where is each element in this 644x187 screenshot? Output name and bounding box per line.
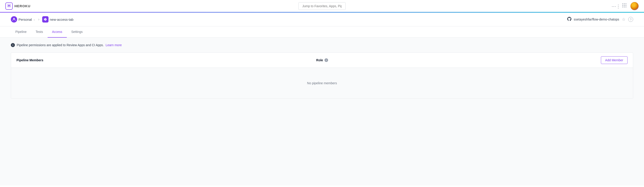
members-section: Pipeline Members Role i Add Member No pi… — [11, 52, 633, 99]
info-text: Pipeline permissions are applied to Revi… — [17, 43, 104, 47]
svg-point-0 — [622, 3, 623, 4]
person-icon — [11, 16, 17, 22]
tab-access[interactable]: Access — [48, 26, 67, 38]
chevron-down-icon: ⌄ — [33, 18, 36, 21]
svg-point-1 — [624, 3, 625, 4]
star-icon[interactable]: ☆ — [622, 17, 626, 22]
logo-text: HEROKU — [14, 4, 30, 8]
heroku-logo[interactable]: H HEROKU — [6, 2, 30, 10]
role-header: Role i — [316, 58, 328, 62]
breadcrumb-left: Personal ⌄ › new-access-tab — [11, 16, 74, 22]
svg-point-2 — [626, 3, 626, 4]
breadcrumb-bar: Personal ⌄ › new-access-tab ssetayeshfar… — [0, 13, 644, 26]
topnav-right: ⋯⋮ — [612, 2, 638, 10]
top-navigation: H HEROKU ⋯⋮ — [0, 0, 644, 13]
search-input[interactable] — [298, 2, 346, 10]
no-members-message: No pipeline members — [11, 68, 633, 98]
avatar-image — [630, 2, 638, 10]
tab-settings[interactable]: Settings — [67, 26, 87, 38]
help-icon[interactable]: ? — [628, 17, 633, 22]
learn-more-link[interactable]: Learn more — [106, 43, 122, 47]
github-repo-text: ssetayeshfar/flow-demo-chatops — [574, 17, 619, 21]
tab-tests[interactable]: Tests — [31, 26, 48, 38]
svg-rect-12 — [46, 19, 47, 20]
breadcrumb-right: ssetayeshfar/flow-demo-chatops ☆ ? — [567, 16, 633, 22]
members-header: Pipeline Members Role i Add Member — [11, 53, 633, 68]
add-member-button[interactable]: Add Member — [601, 56, 628, 64]
personal-label: Personal — [18, 17, 32, 21]
main-content: i Pipeline permissions are applied to Re… — [0, 38, 644, 186]
tabs-bar: Pipeline Tests Access Settings — [0, 26, 644, 38]
info-icon: i — [11, 43, 15, 47]
search-container — [298, 2, 346, 10]
members-title: Pipeline Members — [16, 58, 43, 62]
pipeline-nav[interactable]: new-access-tab — [42, 16, 74, 22]
info-banner: i Pipeline permissions are applied to Re… — [11, 43, 633, 47]
github-icon — [567, 16, 572, 22]
personal-nav[interactable]: Personal ⌄ — [11, 16, 36, 22]
logo-letter: H — [8, 3, 10, 8]
role-info-icon: i — [324, 58, 328, 62]
svg-point-4 — [624, 5, 625, 6]
svg-point-3 — [622, 5, 623, 6]
svg-point-9 — [13, 18, 15, 19]
role-label: Role — [316, 58, 323, 62]
svg-rect-11 — [45, 18, 46, 21]
svg-point-5 — [626, 5, 626, 6]
grid-icon[interactable]: ⋯⋮ — [612, 3, 627, 9]
tab-pipeline[interactable]: Pipeline — [11, 26, 31, 38]
svg-point-8 — [626, 6, 626, 7]
svg-rect-10 — [44, 18, 45, 20]
svg-point-7 — [624, 6, 625, 7]
breadcrumb-separator: › — [38, 17, 39, 21]
logo-box: H — [6, 2, 13, 10]
user-avatar[interactable] — [630, 2, 638, 10]
svg-point-6 — [622, 6, 623, 7]
pipeline-icon — [42, 16, 48, 22]
pipeline-label: new-access-tab — [50, 17, 74, 21]
github-link[interactable]: ssetayeshfar/flow-demo-chatops — [567, 16, 619, 22]
